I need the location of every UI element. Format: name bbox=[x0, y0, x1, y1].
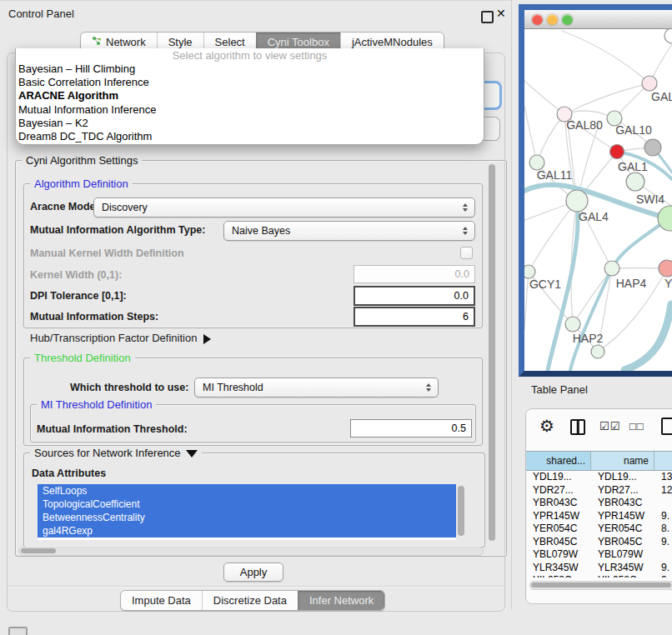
table-row[interactable]: YER054CYER054C8. bbox=[526, 522, 672, 536]
network-view-window[interactable]: GALGAL80GAL10GAL1GAL11SWI4GAL4GCY1HAP4YH… bbox=[519, 4, 672, 377]
table-cell[interactable] bbox=[654, 497, 672, 510]
select-all-checkboxes-icon[interactable]: ☑☑ bbox=[599, 420, 620, 432]
dpi-tolerance-input[interactable]: 0.0 bbox=[354, 286, 475, 306]
table-cell[interactable]: YDL19... bbox=[591, 471, 654, 484]
network-node[interactable] bbox=[604, 261, 619, 276]
table-cell[interactable]: YER054C bbox=[526, 522, 591, 536]
table-cell[interactable]: 8. bbox=[654, 522, 672, 536]
columns-icon[interactable] bbox=[570, 419, 585, 435]
data-attribute-item[interactable]: TopologicalCoefficient bbox=[38, 498, 456, 511]
network-edge[interactable] bbox=[573, 268, 612, 324]
network-edge[interactable] bbox=[564, 83, 649, 114]
network-node[interactable] bbox=[642, 76, 657, 91]
network-window-titlebar[interactable] bbox=[524, 10, 672, 29]
network-node[interactable] bbox=[524, 265, 535, 278]
network-edge[interactable] bbox=[624, 304, 671, 370]
table-cell[interactable] bbox=[654, 548, 672, 562]
table-cell[interactable]: YBR045C bbox=[526, 536, 591, 549]
table-cell[interactable]: 9. bbox=[654, 510, 672, 523]
table-cell[interactable]: YBL079W bbox=[526, 548, 591, 562]
table-row[interactable]: YBL079WYBL079W bbox=[526, 548, 672, 562]
table-cell[interactable]: YDR27... bbox=[526, 484, 591, 498]
which-threshold-select[interactable]: MI Threshold bbox=[194, 378, 439, 398]
aracne-mode-select[interactable]: Discovery bbox=[93, 198, 475, 218]
network-combobox-fragment[interactable] bbox=[482, 117, 500, 141]
data-attribute-item[interactable]: SelfLoops bbox=[38, 484, 456, 498]
manual-kernel-width-checkbox[interactable] bbox=[460, 247, 473, 259]
mi-threshold-input[interactable]: 0.5 bbox=[350, 419, 472, 438]
settings-vertical-scrollbar[interactable] bbox=[488, 162, 497, 550]
mac-zoom-icon[interactable] bbox=[562, 14, 573, 25]
table-cell[interactable]: 13 bbox=[654, 471, 672, 484]
table-cell[interactable]: YBR043C bbox=[591, 497, 654, 510]
table-cell[interactable]: YLR345W bbox=[591, 562, 654, 575]
table-cell[interactable]: 9. bbox=[654, 536, 672, 549]
data-attribute-item[interactable]: gal4RGexp bbox=[38, 524, 456, 538]
mi-steps-input[interactable]: 6 bbox=[354, 307, 475, 327]
table-cell[interactable]: 9. bbox=[654, 574, 672, 578]
table-row[interactable]: YDL19...YDL19...13 bbox=[526, 471, 672, 484]
network-node[interactable] bbox=[659, 260, 672, 277]
close-icon[interactable]: ✕ bbox=[496, 7, 506, 20]
network-edge[interactable] bbox=[524, 272, 529, 329]
settings-horizontal-scrollbar[interactable] bbox=[18, 547, 484, 556]
table-row[interactable]: YBR045CYBR045C9. bbox=[526, 536, 672, 549]
table-cell[interactable]: 12 bbox=[654, 484, 672, 498]
deselect-all-checkboxes-icon[interactable]: □□ bbox=[629, 420, 644, 432]
apply-button[interactable]: Apply bbox=[223, 562, 283, 582]
network-edge[interactable] bbox=[562, 31, 649, 83]
export-table-icon[interactable] bbox=[661, 418, 672, 435]
network-node[interactable] bbox=[658, 206, 672, 231]
table-cell[interactable]: YPR145W bbox=[526, 510, 591, 523]
algorithm-option[interactable]: Mutual Information Inference bbox=[16, 103, 484, 117]
algorithm-combobox-fragment[interactable] bbox=[482, 81, 502, 110]
gear-icon[interactable]: ⚙ bbox=[539, 416, 554, 436]
float-window-button[interactable] bbox=[481, 11, 494, 23]
table-cell[interactable]: YIL052C bbox=[526, 574, 591, 578]
network-node[interactable] bbox=[610, 145, 624, 159]
table-cell[interactable]: YDL19... bbox=[526, 471, 591, 484]
table-cell[interactable]: YBR045C bbox=[591, 536, 654, 549]
hub-definition-toggle[interactable]: Hub/Transcription Factor Definition bbox=[30, 332, 211, 344]
network-node[interactable] bbox=[591, 345, 604, 358]
column-header-name[interactable]: name bbox=[591, 452, 654, 470]
tab-infer-network[interactable]: Infer Network bbox=[298, 591, 384, 610]
table-row[interactable]: YPR145WYPR145W9. bbox=[526, 510, 672, 523]
table-cell[interactable]: YER054C bbox=[591, 522, 654, 536]
mi-algorithm-type-select[interactable]: Naive Bayes bbox=[223, 221, 475, 241]
table-cell[interactable]: YDR27... bbox=[591, 484, 654, 498]
column-header-partial[interactable] bbox=[654, 452, 672, 470]
mac-close-icon[interactable] bbox=[532, 14, 543, 25]
corner-chip[interactable] bbox=[8, 627, 28, 635]
column-header-shared-name[interactable]: shared... bbox=[526, 452, 591, 470]
tab-discretize-data[interactable]: Discretize Data bbox=[202, 591, 298, 610]
algorithm-option[interactable]: Bayesian – K2 bbox=[16, 117, 484, 130]
table-cell[interactable]: 9. bbox=[654, 562, 672, 575]
table-cell[interactable]: YPR145W bbox=[591, 510, 654, 523]
table-horizontal-scrollbar[interactable] bbox=[529, 581, 672, 590]
kernel-width-input[interactable]: 0.0 bbox=[354, 265, 475, 283]
data-attribute-item[interactable]: BetweennessCentrality bbox=[38, 511, 456, 524]
data-attributes-list[interactable]: SelfLoopsTopologicalCoefficientBetweenne… bbox=[38, 484, 456, 540]
network-canvas[interactable]: GALGAL80GAL10GAL1GAL11SWI4GAL4GCY1HAP4YH… bbox=[524, 29, 672, 371]
sources-title[interactable]: Sources for Network Inference bbox=[30, 447, 202, 459]
network-edge[interactable] bbox=[524, 106, 537, 162]
table-cell[interactable]: YIL052C bbox=[591, 574, 654, 578]
table-row[interactable]: YLR345WYLR345W9. bbox=[526, 562, 672, 575]
table-cell[interactable]: YBL079W bbox=[591, 548, 654, 562]
table-row[interactable]: YDR27...YDR27...12 bbox=[526, 484, 672, 498]
table-cell[interactable]: YLR345W bbox=[526, 562, 591, 575]
network-node[interactable] bbox=[664, 29, 672, 43]
tab-impute-data[interactable]: Impute Data bbox=[121, 591, 202, 610]
table-row[interactable]: YIL052CYIL052C9. bbox=[526, 574, 672, 578]
network-node[interactable] bbox=[644, 139, 661, 156]
network-edge[interactable] bbox=[537, 114, 564, 162]
algorithm-option[interactable]: Bayesian – Hill Climbing bbox=[16, 62, 484, 76]
attributes-list-scrollbar[interactable] bbox=[457, 485, 466, 538]
table-cell[interactable]: YBR043C bbox=[526, 497, 591, 510]
network-node[interactable] bbox=[626, 172, 644, 191]
network-node[interactable] bbox=[565, 317, 580, 332]
network-node[interactable] bbox=[566, 190, 588, 212]
algorithm-option[interactable]: Basic Correlation Inference bbox=[16, 76, 484, 89]
table-row[interactable]: YBR043CYBR043C bbox=[526, 497, 672, 510]
